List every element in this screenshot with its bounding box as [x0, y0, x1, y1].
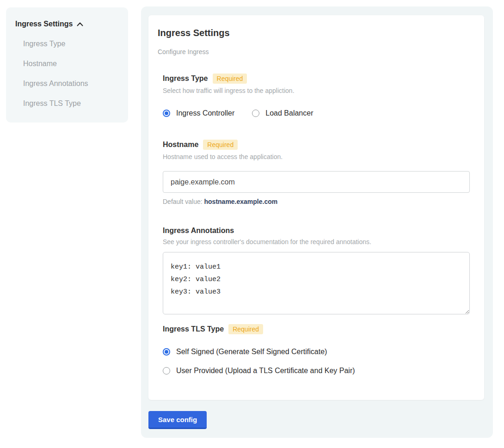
radio-load-balancer[interactable]: Load Balancer [252, 109, 313, 117]
ingress-annotations-label: Ingress Annotations [163, 227, 234, 235]
ingress-settings-card: Ingress Settings Configure Ingress Ingre… [148, 15, 484, 400]
radio-selected-icon [163, 110, 170, 117]
sidebar-item-ingress-tls-type[interactable]: Ingress TLS Type [15, 99, 119, 108]
hostname-default-line: Default value: hostname.example.com [163, 198, 475, 205]
hostname-help-text: Hostname used to access the application. [163, 153, 475, 160]
ingress-type-label: Ingress Type [163, 74, 208, 83]
radio-label: Load Balancer [265, 109, 313, 117]
ingress-annotations-textarea[interactable]: key1: value1 key2: value2 key3: value3 [163, 252, 470, 314]
default-value-text: hostname.example.com [204, 198, 278, 205]
required-badge: Required [228, 324, 263, 334]
page-title: Ingress Settings [158, 28, 475, 38]
default-value-prefix: Default value: [163, 198, 204, 205]
radio-self-signed[interactable]: Self Signed (Generate Self Signed Certif… [163, 348, 475, 356]
sidebar-item-hostname[interactable]: Hostname [15, 60, 119, 68]
hostname-label: Hostname [163, 141, 198, 149]
radio-label: Self Signed (Generate Self Signed Certif… [176, 348, 327, 356]
radio-selected-icon [163, 348, 170, 356]
radio-unselected-icon [252, 110, 259, 117]
sidebar-group-title: Ingress Settings [15, 20, 73, 28]
radio-label: Ingress Controller [176, 109, 234, 117]
radio-user-provided[interactable]: User Provided (Upload a TLS Certificate … [163, 367, 475, 375]
ingress-type-help-text: Select how traffic will ingress to the a… [163, 87, 475, 94]
radio-unselected-icon [163, 367, 170, 374]
chevron-up-icon [77, 20, 83, 28]
config-main-panel: Ingress Settings Configure Ingress Ingre… [141, 6, 493, 438]
ingress-tls-type-label: Ingress TLS Type [163, 325, 224, 333]
hostname-input[interactable] [163, 171, 470, 193]
radio-label: User Provided (Upload a TLS Certificate … [176, 367, 355, 375]
sidebar-item-ingress-annotations[interactable]: Ingress Annotations [15, 80, 119, 88]
radio-ingress-controller[interactable]: Ingress Controller [163, 109, 234, 117]
ingress-annotations-help-text: See your ingress controller's documentat… [163, 238, 475, 245]
required-badge: Required [213, 74, 247, 84]
group-ingress-annotations: Ingress Annotations See your ingress con… [163, 227, 475, 314]
page-subtitle: Configure Ingress [158, 48, 475, 55]
group-ingress-tls-type: Ingress TLS Type Required Self Signed (G… [163, 324, 475, 375]
sidebar-item-ingress-type[interactable]: Ingress Type [15, 40, 119, 48]
required-badge: Required [203, 140, 238, 150]
group-ingress-type: Ingress Type Required Select how traffic… [163, 74, 475, 117]
group-hostname: Hostname Required Hostname used to acces… [163, 140, 475, 205]
config-nav-sidebar: Ingress Settings Ingress Type Hostname I… [6, 7, 128, 123]
save-config-button[interactable]: Save config [148, 411, 207, 429]
sidebar-group-toggle[interactable]: Ingress Settings [15, 20, 119, 28]
